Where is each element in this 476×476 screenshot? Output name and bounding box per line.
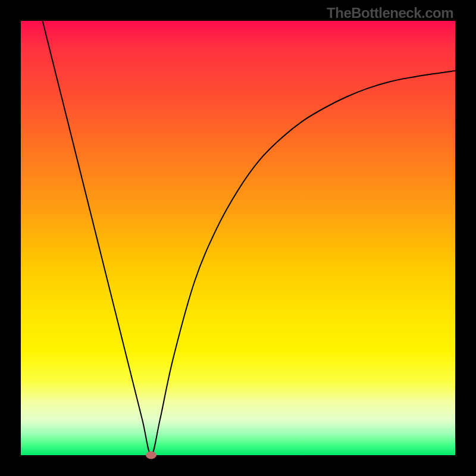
minimum-marker (146, 452, 156, 459)
chart-container: TheBottleneck.com (0, 0, 476, 476)
watermark: TheBottleneck.com (327, 5, 453, 21)
plot-background (21, 21, 455, 455)
